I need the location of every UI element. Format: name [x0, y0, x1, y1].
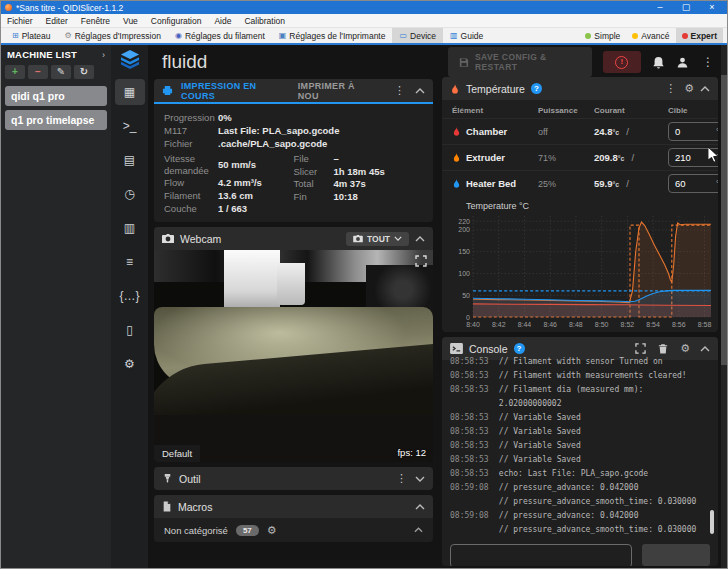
console-line-time: 08:58:53: [450, 453, 494, 467]
minimize-button[interactable]: –: [649, 1, 671, 14]
console-line: 08:58:53 // Filament width measurements …: [450, 369, 710, 383]
nav-item[interactable]: ◷: [115, 181, 145, 207]
help-icon[interactable]: ?: [531, 83, 542, 94]
toolbar-tab-icon: ▭: [399, 32, 407, 40]
menu-item[interactable]: Fenêtre: [81, 16, 110, 26]
machine-action-button[interactable]: ✎: [51, 65, 71, 79]
machine-item[interactable]: q1 pro timelapse: [5, 110, 107, 130]
nav-item[interactable]: ⚙: [115, 351, 145, 377]
svg-text:8:44: 8:44: [518, 321, 532, 328]
user-account-icon[interactable]: [676, 56, 689, 69]
temperature-row: Extruder 71% 209.8°c/ 210 °C: [442, 144, 718, 170]
menu-item[interactable]: Aide: [214, 16, 231, 26]
toolbar-tab[interactable]: ▭ Device: [392, 28, 443, 43]
target-value: 60: [675, 178, 686, 189]
console-command-input[interactable]: [450, 544, 632, 566]
nav-item[interactable]: ▤: [115, 147, 145, 173]
webcam-selector-button[interactable]: TOUT: [346, 232, 409, 246]
chevron-up-icon[interactable]: [700, 86, 710, 92]
qidislicer-window: *Sans titre - QIDISlicer-1.1.2 – ▢ × Fic…: [0, 0, 728, 569]
chevron-up-icon[interactable]: [415, 88, 425, 94]
mouse-cursor: [708, 147, 719, 163]
nav-item[interactable]: ≡: [115, 249, 145, 275]
target-temperature-input[interactable]: 60 °C: [668, 174, 718, 193]
toolbar-tab[interactable]: ⚙ Réglages d'Impression: [58, 28, 168, 43]
toolbar-tab[interactable]: ▣ Réglages de l'Imprimante: [272, 28, 393, 43]
nav-item[interactable]: >_: [115, 113, 145, 139]
console-scrollbar-thumb[interactable]: [710, 510, 714, 534]
status-value: .cache/PLA_sapo.gcode: [218, 138, 327, 150]
gear-icon[interactable]: ⚙: [267, 524, 277, 537]
chevron-down-icon[interactable]: [415, 476, 425, 482]
fullscreen-icon[interactable]: [415, 255, 427, 267]
mode-option[interactable]: Expert: [676, 28, 723, 43]
tab-printing[interactable]: IMPRESSION EN COURS: [181, 81, 290, 101]
page-scrollbar[interactable]: [721, 45, 727, 569]
temperature-menu-icon[interactable]: ⋮: [663, 82, 678, 95]
emergency-stop-button[interactable]: !: [603, 51, 641, 73]
notifications-bell-icon[interactable]: [652, 56, 665, 69]
fullscreen-icon[interactable]: [635, 343, 646, 354]
flame-icon: [452, 126, 461, 137]
toolbar-tab[interactable]: ⊞ Plateau: [5, 28, 58, 43]
console-line: 08:59:08 // pressure_advance: 0.042000: [450, 481, 710, 495]
console-log[interactable]: 08:58:53 // Filament width sensor Turned…: [442, 355, 718, 542]
nav-item[interactable]: ▦: [115, 79, 145, 105]
webcam-stream[interactable]: Default fps: 12: [154, 250, 433, 462]
machine-action-button[interactable]: +: [5, 65, 25, 79]
toolbar-tab-label: Réglages d'Impression: [75, 31, 161, 41]
mode-option[interactable]: Simple: [579, 28, 626, 43]
chevron-up-icon[interactable]: [415, 504, 425, 510]
tool-title: Outil: [179, 473, 201, 485]
tool-menu-icon[interactable]: ⋮: [394, 472, 409, 485]
machine-list-title: MACHINE LIST: [7, 49, 102, 60]
console-send-button[interactable]: [642, 544, 710, 566]
temperature-chart-svg[interactable]: 0501001502002208:408:428:448:468:488:508…: [450, 212, 714, 330]
main-toolbar: ⊞ Plateau ⚙ Réglages d'Impression ◉ Régl…: [1, 28, 727, 45]
tab-reprint[interactable]: IMPRIMER À NOU: [298, 81, 376, 101]
trash-icon[interactable]: [658, 343, 668, 354]
machine-item[interactable]: qidi q1 pro: [5, 86, 107, 106]
nav-item[interactable]: ▯: [115, 317, 145, 343]
heater-target-cell: 60 °C: [668, 174, 718, 193]
machine-action-button[interactable]: −: [28, 65, 48, 79]
status-menu-icon[interactable]: ⋮: [392, 84, 407, 97]
save-config-button[interactable]: SAVE CONFIG & RESTART: [448, 47, 592, 77]
webcam-selector-label: TOUT: [367, 234, 390, 244]
chevron-down-icon: [394, 236, 402, 241]
close-button[interactable]: ×: [701, 1, 723, 14]
nav-item[interactable]: {…}: [115, 283, 145, 309]
menu-item[interactable]: Fichier: [7, 16, 33, 26]
menu-item[interactable]: Configuration: [151, 16, 202, 26]
gear-icon[interactable]: ⚙: [684, 82, 694, 95]
temperature-column-header: Courant: [594, 106, 668, 115]
nav-item-icon: ≡: [126, 256, 133, 268]
toolbar-tab[interactable]: ▥ Guide: [443, 28, 490, 43]
menu-item[interactable]: Calibration: [244, 16, 285, 26]
machine-action-button[interactable]: ↻: [74, 65, 94, 79]
console-line: 08:58:53 // Variable Saved: [450, 425, 710, 439]
status-value: 4.2 mm³/s: [218, 177, 262, 189]
nav-item[interactable]: ▥: [115, 215, 145, 241]
collapse-chevron-icon[interactable]: ›: [102, 50, 105, 60]
chevron-up-icon[interactable]: [414, 527, 423, 533]
app-menu-icon[interactable]: ⋮: [700, 55, 716, 69]
gear-icon[interactable]: ⚙: [680, 342, 690, 355]
menu-item[interactable]: Vue: [123, 16, 138, 26]
toolbar-tab-label: Device: [410, 31, 436, 41]
help-icon[interactable]: ?: [514, 343, 525, 354]
chevron-up-icon[interactable]: [700, 346, 710, 352]
target-temperature-input[interactable]: 0 °C: [668, 122, 718, 141]
heater-power: 25%: [538, 179, 594, 189]
target-unit: °C: [716, 127, 718, 136]
mode-option[interactable]: Avancé: [626, 28, 675, 43]
svg-text:8:48: 8:48: [569, 321, 583, 328]
menu-item[interactable]: Editer: [46, 16, 68, 26]
page-scrollbar-thumb[interactable]: [721, 75, 727, 365]
maximize-button[interactable]: ▢: [675, 1, 697, 14]
svg-text:8:52: 8:52: [621, 321, 635, 328]
chevron-up-icon[interactable]: [415, 236, 425, 242]
machine-action-icon: ↻: [80, 67, 88, 77]
macro-count-badge: 57: [236, 525, 259, 536]
toolbar-tab[interactable]: ◉ Réglages du filament: [168, 28, 272, 43]
